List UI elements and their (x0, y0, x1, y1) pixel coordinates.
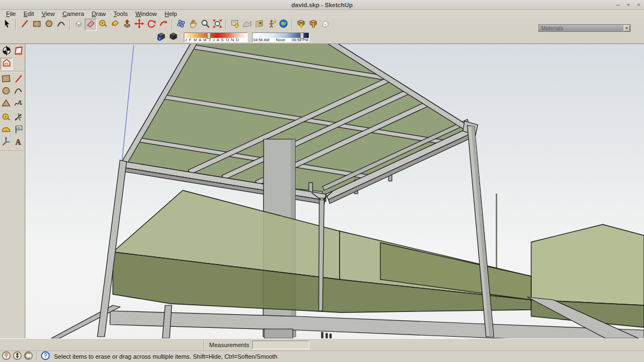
sidebar-freehand-button[interactable] (12, 98, 24, 110)
sidebar-dimension-button[interactable] (12, 112, 24, 124)
rectangle-tool-button[interactable] (31, 19, 43, 31)
toggle-terrain-icon (242, 19, 252, 31)
tape-measure-icon (1, 112, 11, 124)
move-tool-button[interactable] (133, 19, 145, 31)
menu-camera[interactable]: Camera (58, 10, 88, 18)
compass-tool-button[interactable] (1, 46, 13, 58)
rotate-tool-button[interactable] (145, 19, 157, 31)
sidebar-axes-button[interactable] (0, 136, 12, 149)
rectangle-icon (32, 19, 42, 31)
toolbar-separator (69, 19, 70, 30)
zoom-tool-button[interactable] (199, 19, 211, 31)
paint-bucket-button[interactable] (109, 19, 121, 31)
get-models-icon (296, 19, 306, 31)
circle-icon (44, 19, 54, 31)
select-tool-button[interactable] (1, 19, 13, 31)
svg-text:?: ? (43, 353, 47, 359)
sidebar-text-button[interactable]: ABC (12, 124, 24, 136)
menu-view[interactable]: View (38, 10, 59, 18)
eraser-tool-button[interactable] (85, 19, 97, 31)
signin-status-icon[interactable] (24, 351, 33, 362)
minimize-button[interactable]: – (616, 0, 620, 10)
shadow-date-slider[interactable]: J F M A M J J A S O N D (184, 32, 248, 42)
sketchup-window: david.skp - SketchUp – + × File Edit Vie… (0, 0, 644, 362)
paint-bucket-icon (110, 19, 120, 31)
dimension-icon (13, 112, 23, 124)
text-tool-icon: ABC (13, 124, 23, 136)
shadow-toggle-button[interactable] (167, 31, 179, 43)
left-tool-sidebar: ABC A (0, 44, 25, 338)
freehand-icon (13, 98, 23, 110)
close-button[interactable]: × (637, 0, 641, 10)
google-earth-icon (279, 19, 288, 31)
menu-file[interactable]: File (2, 10, 20, 18)
time-slider-thumb[interactable] (300, 32, 304, 39)
arc-tool-button[interactable] (55, 19, 67, 31)
sidebar-rectangle-button[interactable] (0, 74, 12, 86)
warehouse-button[interactable] (319, 19, 331, 31)
toggle-terrain-button[interactable] (241, 19, 253, 31)
arc-icon (13, 86, 23, 98)
date-gradient (184, 33, 247, 38)
section-plane-icon (14, 46, 24, 58)
measurements-input[interactable] (252, 341, 309, 349)
tape-measure-button[interactable] (97, 19, 109, 31)
sandbox-figure-button[interactable] (265, 19, 277, 31)
rotate-icon (146, 19, 156, 31)
sidebar-line-button[interactable] (12, 74, 24, 86)
get-models-button[interactable] (295, 19, 307, 31)
sidebar-tape-measure-button[interactable] (0, 112, 12, 124)
zoom-icon (200, 19, 210, 31)
time-noon-label: Noon (276, 38, 285, 42)
model-viewport[interactable] (25, 44, 644, 338)
menu-window[interactable]: Window (132, 10, 161, 18)
push-pull-button[interactable] (121, 19, 133, 31)
follow-me-icon (159, 19, 168, 31)
export-model-button[interactable] (229, 19, 241, 31)
geolocation-status-icon[interactable] (2, 351, 11, 362)
menu-draw[interactable]: Draw (88, 10, 110, 18)
orbit-icon (176, 19, 186, 31)
share-model-button[interactable] (307, 19, 319, 31)
pan-hand-icon (188, 19, 198, 31)
styles-button[interactable] (73, 19, 85, 31)
maximize-button[interactable]: + (626, 0, 630, 10)
figure-icon (266, 19, 276, 31)
date-slider-thumb[interactable] (207, 32, 211, 39)
orbit-tool-button[interactable] (175, 19, 187, 31)
circle-tool-button[interactable] (43, 19, 55, 31)
toolbar-separator (292, 19, 293, 30)
materials-panel-title: Materials (539, 25, 624, 31)
month-labels: J F M A M J J A S O N D (184, 38, 247, 42)
styles-box-icon (74, 19, 84, 31)
line-tool-button[interactable] (19, 19, 31, 31)
shadow-time-slider[interactable]: 04:56 AM Noon 06:58 PM (252, 32, 309, 42)
sidebar-3dtext-button[interactable]: A (12, 136, 24, 149)
menu-edit[interactable]: Edit (20, 10, 38, 18)
move-icon (134, 19, 144, 31)
sidebar-circle-button[interactable] (0, 86, 12, 98)
google-earth-button[interactable] (277, 19, 290, 31)
menu-help[interactable]: Help (161, 10, 181, 18)
materials-close-icon[interactable]: × (624, 25, 630, 31)
shadow-settings-button[interactable]: i (155, 31, 167, 43)
shadow-settings-icon: i (156, 31, 166, 43)
add-location-button[interactable] (253, 19, 265, 31)
help-icon[interactable]: ? (41, 351, 50, 362)
materials-panel[interactable]: Materials × (538, 24, 631, 32)
status-message: Select items to erase or drag across mul… (54, 353, 277, 360)
measurements-label: Measurements (209, 342, 249, 348)
follow-me-button[interactable] (157, 19, 170, 31)
tape-measure-icon (98, 19, 108, 31)
section-plane-button[interactable] (13, 46, 25, 58)
zoom-extents-button[interactable] (211, 19, 223, 31)
credits-status-icon[interactable] (13, 351, 22, 362)
status-bar: ? Select items to erase or drag across m… (0, 350, 644, 362)
section-cut-button[interactable] (1, 58, 13, 70)
sidebar-protractor-button[interactable] (0, 124, 12, 136)
polygon-icon (1, 98, 11, 110)
menu-tools[interactable]: Tools (110, 10, 132, 18)
sidebar-polygon-button[interactable] (0, 98, 12, 110)
pan-tool-button[interactable] (187, 19, 199, 31)
sidebar-arc-button[interactable] (12, 86, 24, 98)
